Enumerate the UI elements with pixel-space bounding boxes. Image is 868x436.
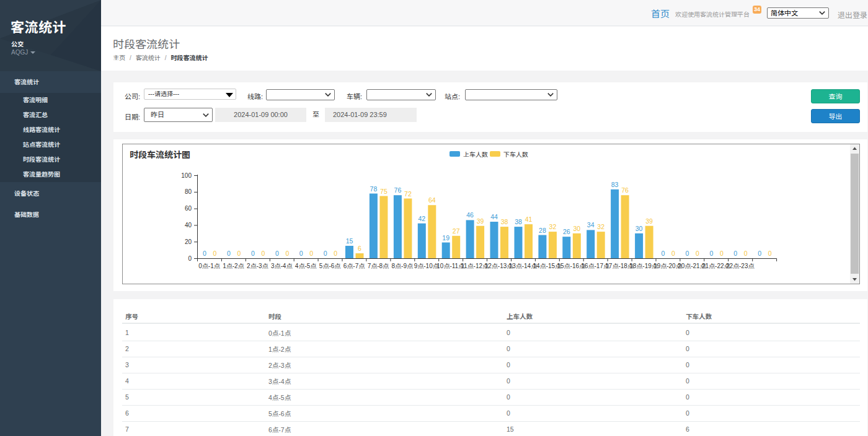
svg-text:75: 75 (380, 188, 388, 195)
svg-text:0点-1点: 0点-1点 (198, 263, 219, 269)
svg-text:0: 0 (709, 250, 713, 257)
svg-text:26: 26 (563, 228, 570, 235)
svg-text:下车人数: 下车人数 (503, 151, 528, 158)
svg-text:0: 0 (227, 250, 231, 257)
svg-text:8点-9点: 8点-9点 (392, 263, 413, 269)
svg-text:83: 83 (611, 181, 619, 188)
svg-text:46: 46 (466, 211, 474, 219)
svg-text:7点-8点: 7点-8点 (368, 263, 389, 269)
svg-text:0: 0 (285, 250, 289, 257)
svg-text:15: 15 (346, 237, 353, 245)
svg-text:上车人数: 上车人数 (463, 151, 488, 158)
svg-text:0: 0 (334, 250, 337, 257)
svg-text:78: 78 (370, 185, 378, 193)
svg-text:0: 0 (758, 250, 761, 257)
svg-text:19: 19 (442, 234, 450, 242)
svg-text:42: 42 (418, 215, 425, 222)
svg-text:22点-23点: 22点-23点 (726, 263, 755, 269)
svg-text:6: 6 (358, 245, 361, 252)
svg-text:0: 0 (188, 255, 192, 262)
svg-text:60: 60 (185, 205, 192, 212)
svg-text:0: 0 (237, 250, 241, 257)
svg-text:40: 40 (185, 222, 192, 229)
svg-text:5点-6点: 5点-6点 (319, 263, 340, 269)
svg-text:0: 0 (275, 250, 279, 257)
svg-text:100: 100 (181, 172, 192, 179)
svg-text:39: 39 (477, 217, 484, 225)
svg-text:0: 0 (309, 250, 313, 257)
svg-text:38: 38 (501, 218, 508, 225)
svg-text:64: 64 (428, 196, 436, 204)
svg-text:0: 0 (696, 250, 699, 257)
svg-text:72: 72 (404, 190, 412, 198)
svg-text:30: 30 (636, 225, 643, 232)
svg-text:0: 0 (685, 250, 689, 257)
svg-text:0: 0 (261, 250, 265, 257)
svg-text:38: 38 (515, 218, 522, 225)
svg-text:32: 32 (597, 223, 604, 230)
svg-text:0: 0 (768, 250, 772, 257)
svg-text:80: 80 (185, 188, 192, 195)
svg-text:0: 0 (720, 250, 724, 257)
svg-text:0: 0 (662, 250, 665, 257)
svg-text:时段车流统计图: 时段车流统计图 (130, 150, 190, 160)
svg-text:2点-3点: 2点-3点 (247, 263, 268, 269)
svg-text:9点-10点: 9点-10点 (414, 263, 439, 269)
svg-text:44: 44 (490, 213, 498, 220)
svg-text:39: 39 (645, 217, 653, 225)
svg-text:76: 76 (621, 186, 629, 194)
svg-text:20: 20 (185, 238, 192, 245)
svg-text:30: 30 (573, 225, 580, 232)
svg-text:32: 32 (549, 223, 557, 230)
svg-text:6点-7点: 6点-7点 (343, 263, 365, 269)
svg-text:1点-2点: 1点-2点 (223, 263, 244, 269)
svg-text:76: 76 (394, 186, 402, 194)
svg-text:28: 28 (539, 227, 546, 234)
svg-text:3点-4点: 3点-4点 (271, 263, 292, 269)
svg-text:0: 0 (744, 250, 748, 257)
svg-text:41: 41 (525, 216, 533, 223)
svg-text:0: 0 (213, 250, 217, 257)
svg-text:0: 0 (324, 250, 327, 257)
svg-text:0: 0 (733, 250, 737, 257)
svg-text:4点-5点: 4点-5点 (295, 263, 316, 269)
svg-text:34: 34 (587, 221, 595, 229)
svg-text:0: 0 (203, 250, 206, 257)
svg-text:0: 0 (251, 250, 255, 257)
svg-text:27: 27 (453, 227, 460, 235)
svg-text:0: 0 (299, 250, 303, 257)
svg-text:0: 0 (671, 250, 675, 257)
